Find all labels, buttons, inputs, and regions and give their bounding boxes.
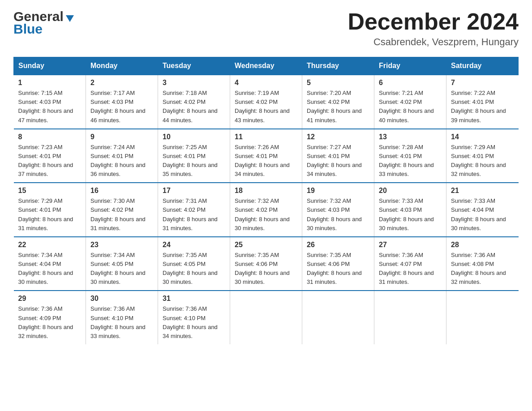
day-info: Sunrise: 7:15 AMSunset: 4:03 PMDaylight:… <box>18 90 73 123</box>
day-number: 28 <box>451 241 514 249</box>
calendar-cell: 28 Sunrise: 7:36 AMSunset: 4:08 PMDaylig… <box>446 237 519 291</box>
calendar-cell: 9 Sunrise: 7:24 AMSunset: 4:01 PMDayligh… <box>86 129 158 183</box>
day-number: 15 <box>18 187 82 195</box>
day-info: Sunrise: 7:36 AMSunset: 4:08 PMDaylight:… <box>451 252 506 285</box>
calendar-header-row: SundayMondayTuesdayWednesdayThursdayFrid… <box>14 57 519 75</box>
day-info: Sunrise: 7:35 AMSunset: 4:06 PMDaylight:… <box>307 252 362 285</box>
day-info: Sunrise: 7:25 AMSunset: 4:01 PMDaylight:… <box>163 144 218 177</box>
calendar-cell: 22 Sunrise: 7:34 AMSunset: 4:04 PMDaylig… <box>14 237 86 291</box>
calendar-cell <box>230 291 302 344</box>
calendar-table: SundayMondayTuesdayWednesdayThursdayFrid… <box>13 57 519 344</box>
day-number: 26 <box>307 241 369 249</box>
calendar-cell: 23 Sunrise: 7:34 AMSunset: 4:05 PMDaylig… <box>86 237 158 291</box>
day-info: Sunrise: 7:26 AMSunset: 4:01 PMDaylight:… <box>235 144 290 177</box>
day-info: Sunrise: 7:22 AMSunset: 4:01 PMDaylight:… <box>451 90 506 123</box>
calendar-week-row: 29 Sunrise: 7:36 AMSunset: 4:09 PMDaylig… <box>14 291 519 344</box>
calendar-cell: 25 Sunrise: 7:35 AMSunset: 4:06 PMDaylig… <box>230 237 302 291</box>
logo-triangle-icon <box>66 15 74 22</box>
calendar-cell: 29 Sunrise: 7:36 AMSunset: 4:09 PMDaylig… <box>14 291 86 344</box>
day-number: 22 <box>18 241 82 249</box>
day-number: 21 <box>451 187 514 195</box>
day-number: 1 <box>18 79 82 87</box>
day-number: 7 <box>451 79 514 87</box>
calendar-week-row: 15 Sunrise: 7:29 AMSunset: 4:01 PMDaylig… <box>14 183 519 237</box>
calendar-cell: 13 Sunrise: 7:28 AMSunset: 4:01 PMDaylig… <box>374 129 446 183</box>
day-info: Sunrise: 7:17 AMSunset: 4:03 PMDaylight:… <box>90 90 146 123</box>
calendar-week-row: 22 Sunrise: 7:34 AMSunset: 4:04 PMDaylig… <box>14 237 519 291</box>
calendar-cell: 31 Sunrise: 7:36 AMSunset: 4:10 PMDaylig… <box>158 291 230 344</box>
calendar-week-row: 8 Sunrise: 7:23 AMSunset: 4:01 PMDayligh… <box>14 129 519 183</box>
calendar-cell: 14 Sunrise: 7:29 AMSunset: 4:01 PMDaylig… <box>446 129 519 183</box>
calendar-cell: 17 Sunrise: 7:31 AMSunset: 4:02 PMDaylig… <box>158 183 230 237</box>
day-info: Sunrise: 7:36 AMSunset: 4:07 PMDaylight:… <box>379 252 434 285</box>
calendar-cell: 16 Sunrise: 7:30 AMSunset: 4:02 PMDaylig… <box>86 183 158 237</box>
day-number: 4 <box>235 79 297 87</box>
day-info: Sunrise: 7:29 AMSunset: 4:01 PMDaylight:… <box>451 144 506 177</box>
calendar-cell: 8 Sunrise: 7:23 AMSunset: 4:01 PMDayligh… <box>14 129 86 183</box>
calendar-cell <box>302 291 374 344</box>
calendar-cell: 4 Sunrise: 7:19 AMSunset: 4:02 PMDayligh… <box>230 75 302 129</box>
day-info: Sunrise: 7:33 AMSunset: 4:04 PMDaylight:… <box>451 197 506 231</box>
day-info: Sunrise: 7:21 AMSunset: 4:02 PMDaylight:… <box>379 90 434 123</box>
calendar-cell: 18 Sunrise: 7:32 AMSunset: 4:02 PMDaylig… <box>230 183 302 237</box>
calendar-cell: 24 Sunrise: 7:35 AMSunset: 4:05 PMDaylig… <box>158 237 230 291</box>
day-number: 29 <box>18 295 82 303</box>
day-number: 24 <box>163 241 225 249</box>
header-friday: Friday <box>374 57 446 75</box>
day-info: Sunrise: 7:31 AMSunset: 4:02 PMDaylight:… <box>163 197 218 231</box>
day-info: Sunrise: 7:35 AMSunset: 4:05 PMDaylight:… <box>163 252 218 285</box>
header-saturday: Saturday <box>446 57 519 75</box>
month-title: December 2024 <box>348 9 519 34</box>
day-number: 5 <box>307 79 369 87</box>
calendar-cell: 5 Sunrise: 7:20 AMSunset: 4:02 PMDayligh… <box>302 75 374 129</box>
calendar-cell: 12 Sunrise: 7:27 AMSunset: 4:01 PMDaylig… <box>302 129 374 183</box>
day-info: Sunrise: 7:32 AMSunset: 4:03 PMDaylight:… <box>307 197 362 231</box>
day-number: 20 <box>379 187 442 195</box>
day-info: Sunrise: 7:19 AMSunset: 4:02 PMDaylight:… <box>235 90 290 123</box>
calendar-cell: 11 Sunrise: 7:26 AMSunset: 4:01 PMDaylig… <box>230 129 302 183</box>
location-subtitle: Csabrendek, Veszprem, Hungary <box>348 36 519 48</box>
day-number: 31 <box>163 295 225 303</box>
title-area: December 2024 Csabrendek, Veszprem, Hung… <box>348 9 519 48</box>
calendar-cell: 7 Sunrise: 7:22 AMSunset: 4:01 PMDayligh… <box>446 75 519 129</box>
calendar-cell: 27 Sunrise: 7:36 AMSunset: 4:07 PMDaylig… <box>374 237 446 291</box>
calendar-week-row: 1 Sunrise: 7:15 AMSunset: 4:03 PMDayligh… <box>14 75 519 129</box>
day-number: 3 <box>163 79 225 87</box>
day-info: Sunrise: 7:30 AMSunset: 4:02 PMDaylight:… <box>90 197 146 231</box>
day-number: 12 <box>307 133 369 141</box>
day-number: 11 <box>235 133 297 141</box>
day-number: 6 <box>379 79 442 87</box>
calendar-cell: 2 Sunrise: 7:17 AMSunset: 4:03 PMDayligh… <box>86 75 158 129</box>
day-info: Sunrise: 7:18 AMSunset: 4:02 PMDaylight:… <box>163 90 218 123</box>
day-info: Sunrise: 7:28 AMSunset: 4:01 PMDaylight:… <box>379 144 434 177</box>
day-info: Sunrise: 7:24 AMSunset: 4:01 PMDaylight:… <box>90 144 146 177</box>
day-number: 8 <box>18 133 82 141</box>
day-info: Sunrise: 7:20 AMSunset: 4:02 PMDaylight:… <box>307 90 362 123</box>
day-number: 27 <box>379 241 442 249</box>
header-wednesday: Wednesday <box>230 57 302 75</box>
day-info: Sunrise: 7:36 AMSunset: 4:10 PMDaylight:… <box>163 305 218 339</box>
day-info: Sunrise: 7:34 AMSunset: 4:04 PMDaylight:… <box>18 252 73 285</box>
calendar-cell <box>374 291 446 344</box>
calendar-cell: 1 Sunrise: 7:15 AMSunset: 4:03 PMDayligh… <box>14 75 86 129</box>
calendar-cell: 20 Sunrise: 7:33 AMSunset: 4:03 PMDaylig… <box>374 183 446 237</box>
day-number: 2 <box>90 79 153 87</box>
day-info: Sunrise: 7:23 AMSunset: 4:01 PMDaylight:… <box>18 144 73 177</box>
calendar-cell: 3 Sunrise: 7:18 AMSunset: 4:02 PMDayligh… <box>158 75 230 129</box>
day-info: Sunrise: 7:29 AMSunset: 4:01 PMDaylight:… <box>18 197 73 231</box>
header-tuesday: Tuesday <box>158 57 230 75</box>
day-number: 14 <box>451 133 514 141</box>
day-number: 9 <box>90 133 153 141</box>
day-number: 25 <box>235 241 297 249</box>
calendar-cell <box>446 291 519 344</box>
logo: General Blue <box>13 9 74 37</box>
logo-blue-text: Blue <box>13 21 43 37</box>
day-info: Sunrise: 7:32 AMSunset: 4:02 PMDaylight:… <box>235 197 290 231</box>
day-number: 13 <box>379 133 442 141</box>
day-info: Sunrise: 7:36 AMSunset: 4:10 PMDaylight:… <box>90 305 146 339</box>
calendar-cell: 30 Sunrise: 7:36 AMSunset: 4:10 PMDaylig… <box>86 291 158 344</box>
day-info: Sunrise: 7:33 AMSunset: 4:03 PMDaylight:… <box>379 197 434 231</box>
header-sunday: Sunday <box>14 57 86 75</box>
day-number: 16 <box>90 187 153 195</box>
header-thursday: Thursday <box>302 57 374 75</box>
